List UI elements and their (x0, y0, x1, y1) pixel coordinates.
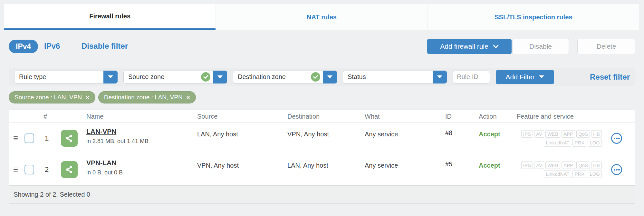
row-more-actions-icon[interactable] (611, 164, 622, 175)
status-dropdown[interactable]: Status (343, 71, 447, 83)
triangle-down-icon (327, 75, 332, 78)
header-id: ID (445, 113, 452, 120)
status-dropdown-button[interactable] (433, 71, 447, 83)
rule-type-dropdown[interactable]: Rule type (14, 71, 118, 83)
table-footer: Showing 2 of 2. Selected 0 (9, 185, 635, 203)
add-firewall-rule-button[interactable]: Add firewall rule (427, 39, 512, 54)
badge-log: LOG (588, 139, 602, 146)
rule-action-accept: Accept (479, 162, 500, 169)
badge-hb: HB (591, 130, 602, 138)
rule-destination: LAN, Any host (287, 162, 328, 169)
table-header-row: # Name Source Destination What ID Action… (9, 110, 635, 123)
triangle-down-icon (217, 75, 223, 78)
table-row: 1 LAN-VPN in 2.81 MB, out 1.41 MB LAN, A… (9, 123, 635, 154)
chevron-down-icon (493, 44, 499, 49)
rule-what: Any service (365, 131, 398, 138)
destination-zone-dropdown-label: Destination zone (233, 73, 311, 81)
rule-id: #8 (445, 129, 452, 137)
tab-nat-rules[interactable]: NAT rules (216, 4, 427, 30)
filter-bar: Rule type Source zone Destination zone S… (9, 68, 635, 86)
header-number: # (43, 113, 47, 120)
tab-ssl-tls-inspection-rules[interactable]: SSL/TLS inspection rules (428, 4, 639, 30)
badge-linkednat: LinkedNAT (544, 139, 571, 146)
feature-badges: IPS AV WEB APP QoS HB LinkedNAT PRX LOG (521, 130, 602, 147)
badge-ips: IPS (521, 130, 533, 138)
badge-app: APP (562, 130, 575, 138)
remove-chip-icon[interactable]: ✕ (186, 95, 190, 100)
drag-handle-icon[interactable] (14, 136, 18, 140)
rule-name-cell: VPN-LAN in 0 B, out 0 B (86, 159, 123, 176)
rule-source: VPN, Any host (197, 162, 239, 169)
badge-web: WEB (545, 162, 560, 169)
chip-destination-zone: Destination zone : LAN, VPN ✕ (98, 91, 196, 103)
delete-button[interactable]: Delete (577, 39, 635, 54)
rule-name-link[interactable]: LAN-VPN (86, 128, 116, 135)
badge-app: APP (562, 162, 575, 169)
destination-zone-dropdown[interactable]: Destination zone (233, 71, 337, 83)
badge-web: WEB (545, 130, 560, 138)
chip-label: Source zone : LAN, VPN (14, 94, 82, 101)
header-action: Action (479, 113, 497, 120)
destination-zone-dropdown-button[interactable] (323, 71, 337, 83)
chip-label: Destination zone : LAN, VPN (104, 94, 183, 101)
status-dropdown-label: Status (343, 73, 433, 81)
filter-applied-check-icon (311, 72, 320, 82)
rule-id: #5 (445, 161, 452, 168)
rule-destination: VPN, Any host (287, 131, 329, 138)
row-more-actions-icon[interactable] (611, 133, 622, 144)
row-checkbox[interactable] (24, 133, 34, 143)
rule-traffic-stats: in 0 B, out 0 B (86, 169, 123, 176)
ipv4-toggle[interactable]: IPv4 (9, 40, 38, 53)
source-zone-dropdown[interactable]: Source zone (123, 71, 227, 83)
remove-chip-icon[interactable]: ✕ (85, 95, 90, 100)
row-checkbox[interactable] (24, 165, 34, 174)
add-firewall-rule-label: Add firewall rule (440, 43, 488, 50)
badge-av: AV (534, 162, 544, 169)
badge-linkednat: LinkedNAT (544, 170, 571, 178)
ipv6-toggle[interactable]: IPv6 (44, 42, 60, 51)
table-row: 2 VPN-LAN in 0 B, out 0 B VPN, Any host … (9, 154, 635, 185)
source-zone-dropdown-button[interactable] (213, 71, 227, 83)
chip-source-zone: Source zone : LAN, VPN ✕ (9, 91, 95, 103)
badge-av: AV (534, 130, 544, 138)
badge-qos: QoS (576, 162, 590, 169)
add-filter-button[interactable]: Add Filter (496, 70, 554, 84)
header-source: Source (197, 113, 217, 120)
rule-action-accept: Accept (479, 131, 500, 138)
reset-filter-link[interactable]: Reset filter (590, 73, 630, 82)
tab-firewall-rules[interactable]: Firewall rules (4, 4, 216, 30)
badge-prx: PRX (572, 139, 586, 146)
badge-hb: HB (591, 162, 602, 169)
disable-filter-link[interactable]: Disable filter (82, 42, 128, 51)
rule-what: Any service (365, 162, 398, 169)
badge-qos: QoS (576, 130, 590, 138)
rule-position: 1 (41, 134, 52, 142)
drag-handle-icon[interactable] (14, 168, 18, 172)
header-feature-and-service: Feature and service (517, 113, 574, 120)
rule-traffic-stats: in 2.81 MB, out 1.41 MB (86, 138, 149, 145)
source-zone-dropdown-label: Source zone (124, 73, 201, 81)
feature-badges: IPS AV WEB APP QoS HB LinkedNAT PRX LOG (521, 162, 602, 178)
triangle-down-icon (108, 75, 113, 78)
header-name: Name (86, 113, 103, 120)
header-what: What (365, 113, 380, 120)
rule-name-cell: LAN-VPN in 2.81 MB, out 1.41 MB (86, 128, 149, 145)
badge-ips: IPS (521, 162, 533, 169)
header-destination: Destination (287, 113, 320, 120)
rule-source: LAN, Any host (197, 131, 238, 138)
triangle-down-icon (437, 75, 442, 78)
active-filter-chips: Source zone : LAN, VPN ✕ Destination zon… (9, 91, 196, 103)
badge-log: LOG (588, 170, 602, 178)
rule-share-icon[interactable] (61, 130, 78, 147)
rule-id-input[interactable] (453, 71, 490, 83)
filter-applied-check-icon (201, 72, 210, 82)
firewall-rules-table: # Name Source Destination What ID Action… (9, 110, 635, 204)
rule-type-tabbar: Firewall rules NAT rules SSL/TLS inspect… (4, 4, 639, 30)
table-footer-status: Showing 2 of 2. Selected 0 (14, 191, 90, 198)
triangle-down-icon (539, 75, 544, 78)
rule-type-dropdown-button[interactable] (103, 71, 118, 83)
rule-type-dropdown-label: Rule type (14, 73, 103, 81)
disable-button[interactable]: Disable (512, 39, 569, 54)
rule-name-link[interactable]: VPN-LAN (86, 159, 116, 167)
rule-share-icon[interactable] (61, 161, 78, 178)
